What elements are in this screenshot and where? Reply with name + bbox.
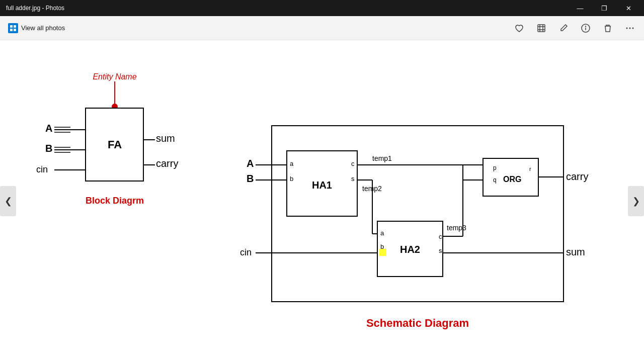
maximize-button[interactable]: ❐ <box>593 0 616 16</box>
org-port-r: r <box>529 166 531 172</box>
schematic-diagram-title: Schematic Diagram <box>366 317 469 329</box>
ha2-port-s: s <box>439 247 442 254</box>
sch-output-carry: carry <box>566 171 588 182</box>
ha1-port-a: a <box>290 160 294 167</box>
svg-rect-3 <box>14 29 16 31</box>
temp1-label: temp1 <box>372 154 392 162</box>
favorite-button[interactable] <box>509 18 529 38</box>
entity-name-label: Entity Name <box>93 72 136 81</box>
org-port-p: p <box>493 164 497 171</box>
block-input-b: B <box>45 143 52 154</box>
svg-rect-2 <box>10 29 13 31</box>
view-all-photos-label: View all photos <box>21 24 65 32</box>
ha2-label: HA2 <box>400 244 420 255</box>
ha1-port-s: s <box>351 175 355 183</box>
fit-view-button[interactable] <box>531 18 551 38</box>
sch-output-sum: sum <box>566 246 585 257</box>
svg-rect-4 <box>538 25 545 32</box>
edit-button[interactable] <box>553 18 574 38</box>
toolbar: View all photos <box>0 16 644 40</box>
org-port-q: q <box>493 176 497 184</box>
toolbar-left: View all photos <box>4 21 509 35</box>
minimize-button[interactable]: — <box>569 0 592 16</box>
fa-label: FA <box>108 138 122 151</box>
svg-rect-1 <box>14 25 16 28</box>
window-controls: — ❐ ✕ <box>569 0 640 16</box>
ha2-port-a: a <box>380 229 384 237</box>
sch-input-b: B <box>247 173 254 184</box>
svg-point-12 <box>626 27 628 29</box>
prev-photo-button[interactable]: ❮ <box>0 186 16 216</box>
block-input-a: A <box>45 123 52 134</box>
block-diagram-title: Block Diagrm <box>86 196 144 206</box>
next-photo-button[interactable]: ❯ <box>628 186 644 216</box>
svg-point-14 <box>632 27 634 29</box>
ha1-port-b: b <box>290 175 293 183</box>
sch-input-a: A <box>247 158 254 169</box>
info-button[interactable] <box>576 18 596 38</box>
block-output-carry: carry <box>156 158 178 169</box>
circuit-diagram-svg: Entity Name FA A B cin sum <box>20 50 624 352</box>
delete-button[interactable] <box>598 18 618 38</box>
block-input-cin: cin <box>36 164 48 174</box>
svg-point-13 <box>629 27 631 29</box>
diagram-container: Entity Name FA A B cin sum <box>20 50 624 352</box>
window-title: full adder.jpg - Photos <box>6 5 64 12</box>
org-label: ORG <box>503 175 521 184</box>
sch-input-cin: cin <box>240 247 252 257</box>
block-output-sum: sum <box>156 133 175 144</box>
more-options-button[interactable] <box>620 18 640 38</box>
cursor-highlight <box>379 249 386 256</box>
ha1-label: HA1 <box>312 179 332 191</box>
temp3-label: temp3 <box>447 224 466 232</box>
ha1-port-c: c <box>351 160 355 167</box>
ha2-port-c: c <box>439 233 442 240</box>
content-area: ❮ ❯ Entity Name FA A B <box>0 40 644 362</box>
svg-point-11 <box>586 26 586 27</box>
close-button[interactable]: ✕ <box>617 0 640 16</box>
toolbar-right <box>509 18 640 38</box>
photos-app-icon <box>8 23 18 33</box>
view-all-photos-button[interactable]: View all photos <box>4 21 69 35</box>
title-bar: full adder.jpg - Photos — ❐ ✕ <box>0 0 644 16</box>
svg-rect-0 <box>10 25 13 28</box>
